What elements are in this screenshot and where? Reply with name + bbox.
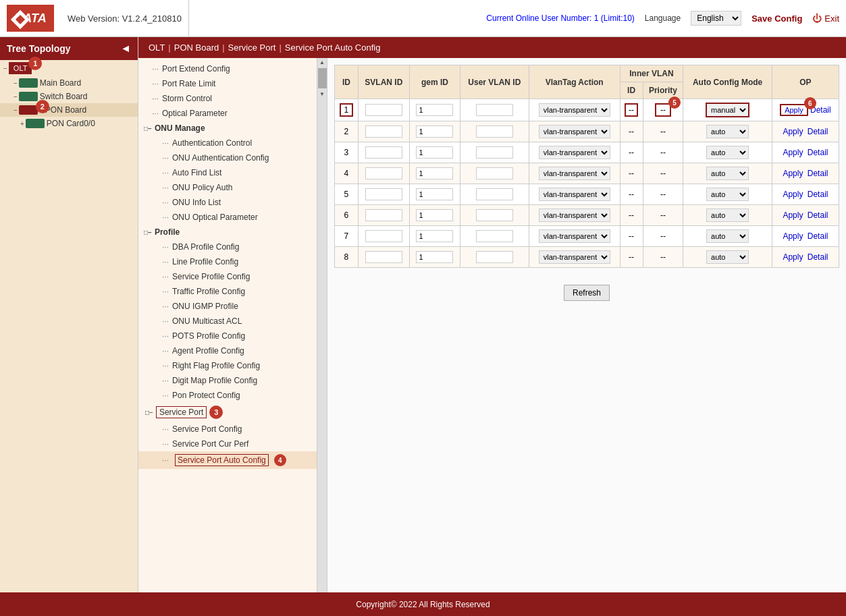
- apply-link[interactable]: Apply: [783, 148, 803, 157]
- nav-agent-profile[interactable]: ··· Agent Profile Config: [138, 343, 317, 358]
- nav-onu-multicast[interactable]: ··· ONU Multicast ACL: [138, 314, 317, 329]
- sidebar-item-switch-board[interactable]: − Switch Board: [0, 90, 138, 103]
- user-vlan-input[interactable]: [476, 230, 513, 242]
- detail-link[interactable]: Detail: [808, 169, 828, 178]
- apply-link[interactable]: Apply: [783, 169, 803, 178]
- sidebar-item-main-board[interactable]: − Main Board: [0, 76, 138, 90]
- save-config-button[interactable]: Save Config: [751, 13, 802, 24]
- user-vlan-input[interactable]: [476, 167, 513, 179]
- apply-link[interactable]: Apply: [783, 231, 803, 241]
- nav-onu-auth-config[interactable]: ··· ONU Authentication Config: [138, 150, 317, 165]
- nav-digit-map[interactable]: ··· Digit Map Profile Config: [138, 373, 317, 388]
- nav-port-extend[interactable]: ··· Port Extend Config: [138, 61, 317, 76]
- gem-input[interactable]: [416, 209, 453, 221]
- user-vlan-input[interactable]: [476, 188, 513, 200]
- user-vlan-input[interactable]: [476, 209, 513, 221]
- sidebar-item-pon-board[interactable]: − 2 PON Board: [0, 103, 138, 117]
- user-vlan-input[interactable]: [476, 251, 513, 263]
- svlan-input[interactable]: [365, 104, 402, 116]
- user-vlan-input[interactable]: [476, 104, 513, 116]
- svlan-input[interactable]: [365, 125, 402, 138]
- nav-group-onu-manage[interactable]: □− ONU Manage: [138, 121, 317, 136]
- svlan-input[interactable]: [365, 188, 402, 200]
- detail-link[interactable]: Detail: [808, 252, 828, 262]
- scroll-down[interactable]: ▼: [318, 90, 326, 99]
- apply-link[interactable]: Apply: [783, 190, 803, 199]
- col-gem: gem ID: [409, 65, 460, 99]
- nav-pots-profile[interactable]: ··· POTS Profile Config: [138, 329, 317, 343]
- gem-input[interactable]: [416, 146, 453, 159]
- scroll-up[interactable]: ▲: [318, 58, 326, 67]
- nav-auth-control[interactable]: ··· Authentication Control: [138, 136, 317, 150]
- svlan-input[interactable]: [365, 209, 402, 221]
- svlan-input[interactable]: [365, 167, 402, 179]
- col-vlan-tag: VlanTag Action: [529, 65, 620, 99]
- user-vlan-input[interactable]: [476, 146, 513, 159]
- logo-area: DATA Web Version: V1.2.4_210810: [7, 0, 189, 36]
- mode-select[interactable]: manualauto: [706, 167, 749, 180]
- vlan-tag-select[interactable]: vlan-transparenttranslateadd-outerremove…: [539, 208, 610, 222]
- detail-link[interactable]: Detail: [808, 211, 828, 220]
- vlan-tag-select[interactable]: vlan-transparenttranslateadd-outerremove…: [539, 103, 610, 117]
- vlan-tag-select[interactable]: vlan-transparenttranslateadd-outerremove…: [539, 188, 610, 201]
- nav-service-port-auto[interactable]: ··· Service Port Auto Config 4: [138, 451, 317, 469]
- exit-button[interactable]: ⏻ Exit: [812, 13, 839, 24]
- nav-service-port-cur[interactable]: ··· Service Port Cur Perf: [138, 437, 317, 451]
- nav-optical-param[interactable]: ··· Optical Parameter: [138, 106, 317, 121]
- detail-link[interactable]: Detail: [808, 190, 828, 199]
- apply-link[interactable]: Apply: [783, 211, 803, 220]
- content-area: OLT | PON Board | Service Port | Service…: [138, 37, 846, 592]
- nav-service-port-config[interactable]: ··· Service Port Config: [138, 422, 317, 437]
- nav-group-service-port[interactable]: □− Service Port 3: [138, 403, 317, 422]
- language-select[interactable]: English Chinese: [691, 11, 741, 26]
- gem-input[interactable]: [416, 167, 453, 179]
- sidebar-toggle[interactable]: ◄: [120, 43, 131, 55]
- detail-link[interactable]: Detail: [808, 231, 828, 241]
- vlan-tag-select[interactable]: vlan-transparenttranslateadd-outerremove…: [539, 146, 610, 159]
- col-inner-id: ID: [620, 82, 643, 99]
- mode-select[interactable]: manualauto: [706, 103, 749, 117]
- mode-select[interactable]: manualauto: [706, 188, 749, 201]
- nav-onu-info[interactable]: ··· ONU Info List: [138, 195, 317, 210]
- vlan-tag-select[interactable]: vlan-transparenttranslateadd-outerremove…: [539, 167, 610, 180]
- nav-onu-policy[interactable]: ··· ONU Policy Auth: [138, 180, 317, 195]
- nav-pon-protect[interactable]: ··· Pon Protect Config: [138, 388, 317, 403]
- gem-input[interactable]: [416, 104, 453, 116]
- nav-right-flag[interactable]: ··· Right Flag Profile Config: [138, 358, 317, 373]
- sidebar-item-pon-card[interactable]: + PON Card0/0: [0, 117, 138, 130]
- nav-dba-profile[interactable]: ··· DBA Profile Config: [138, 240, 317, 254]
- nav-group-profile[interactable]: □− Profile: [138, 225, 317, 240]
- nav-port-rate[interactable]: ··· Port Rate Limit: [138, 76, 317, 91]
- nav-traffic-profile[interactable]: ··· Traffic Profile Config: [138, 284, 317, 299]
- mode-select[interactable]: manualauto: [706, 208, 749, 222]
- svlan-input[interactable]: [365, 146, 402, 159]
- gem-input[interactable]: [416, 188, 453, 200]
- mode-select[interactable]: manualauto: [706, 125, 749, 138]
- apply-link[interactable]: Apply: [783, 127, 803, 136]
- nav-onu-igmp[interactable]: ··· ONU IGMP Profile: [138, 299, 317, 314]
- nav-auto-find[interactable]: ··· Auto Find List: [138, 165, 317, 180]
- vlan-tag-select[interactable]: vlan-transparenttranslateadd-outerremove…: [539, 229, 610, 243]
- scroll-thumb[interactable]: [318, 68, 327, 88]
- nav-line-profile[interactable]: ··· Line Profile Config: [138, 254, 317, 269]
- gem-input[interactable]: [416, 230, 453, 242]
- detail-link[interactable]: Detail: [808, 148, 828, 157]
- mode-select[interactable]: manualauto: [706, 229, 749, 243]
- svlan-input[interactable]: [365, 251, 402, 263]
- apply-link[interactable]: Apply: [783, 252, 803, 262]
- svlan-input[interactable]: [365, 230, 402, 242]
- detail-link[interactable]: Detail: [808, 127, 828, 136]
- gem-input[interactable]: [416, 251, 453, 263]
- nav-onu-optical[interactable]: ··· ONU Optical Parameter: [138, 210, 317, 225]
- vlan-tag-select[interactable]: vlan-transparenttranslateadd-outerremove…: [539, 250, 610, 264]
- gem-input[interactable]: [416, 125, 453, 138]
- refresh-button[interactable]: Refresh: [564, 285, 610, 301]
- apply-button-row1[interactable]: Apply: [780, 104, 808, 116]
- sidebar-item-olt[interactable]: − OLT 1: [0, 60, 138, 76]
- vlan-tag-select[interactable]: vlan-transparenttranslateadd-outerremove…: [539, 125, 610, 138]
- nav-storm-control[interactable]: ··· Storm Control: [138, 91, 317, 106]
- nav-service-profile[interactable]: ··· Service Profile Config: [138, 269, 317, 284]
- mode-select[interactable]: manualauto: [706, 250, 749, 264]
- user-vlan-input[interactable]: [476, 125, 513, 138]
- mode-select[interactable]: manualauto: [706, 146, 749, 159]
